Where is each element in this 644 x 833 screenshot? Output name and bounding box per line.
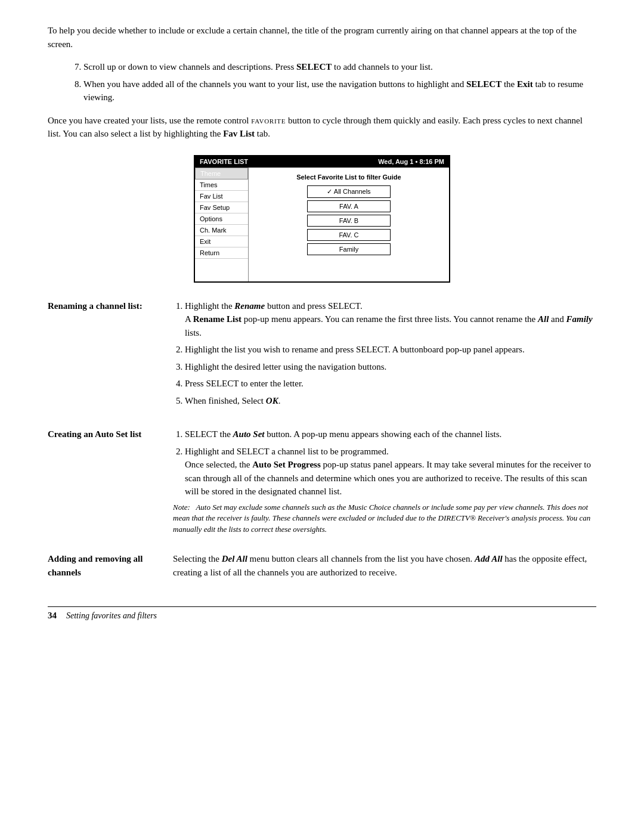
adding-label-line2: channels — [48, 566, 161, 580]
autoset-section: Creating an Auto Set list SELECT the Aut… — [48, 428, 596, 535]
tv-option-all-channels[interactable]: All Channels — [307, 185, 391, 198]
tv-menu-item-favlist[interactable]: Fav List — [195, 191, 248, 202]
tv-body: Theme Times Fav List Fav Setup Options C… — [195, 167, 449, 281]
adding-section: Adding and removing all channels Selecti… — [48, 552, 596, 583]
tv-option-fav-b[interactable]: FAV. B — [307, 215, 391, 227]
adding-text: Selecting the Del All menu button clears… — [173, 552, 596, 579]
autoset-step-2: Highlight and SELECT a channel list to b… — [185, 445, 596, 498]
adding-content: Selecting the Del All menu button clears… — [173, 552, 596, 583]
renaming-step-2: Highlight the list you wish to rename an… — [185, 343, 596, 357]
tv-menu-item-favsetup[interactable]: Fav Setup — [195, 202, 248, 213]
autoset-label: Creating an Auto Set list — [48, 428, 173, 535]
tv-header-left: FAVORITE LIST — [200, 158, 248, 165]
tv-header: FAVORITE LIST Wed, Aug 1 • 8:16 PM — [195, 156, 449, 167]
tv-option-family[interactable]: Family — [307, 243, 391, 255]
autoset-step-1: SELECT the Auto Set button. A pop-up men… — [185, 428, 596, 441]
tv-menu: Theme Times Fav List Fav Setup Options C… — [195, 168, 249, 281]
intro-paragraph-1: To help you decide whether to include or… — [48, 24, 596, 51]
tv-option-fav-a[interactable]: FAV. A — [307, 200, 391, 212]
tv-menu-item-return[interactable]: Return — [195, 247, 248, 259]
tv-menu-item-options[interactable]: Options — [195, 213, 248, 225]
intro-paragraph-2: Once you have created your lists, use th… — [48, 114, 596, 141]
renaming-step-1-note: A Rename List pop-up menu appears. You c… — [185, 314, 593, 337]
tv-content-title: Select Favorite List to filter Guide — [256, 174, 442, 181]
renaming-step-4: Press SELECT to enter the letter. — [185, 377, 596, 391]
tv-content-panel: Select Favorite List to filter Guide All… — [249, 168, 449, 281]
tv-header-right: Wed, Aug 1 • 8:16 PM — [378, 158, 444, 165]
footer-text: Setting favorites and filters — [66, 611, 157, 621]
adding-label-line1: Adding and removing all — [48, 552, 161, 566]
renaming-step-5: When finished, Select OK. — [185, 394, 596, 408]
tv-option-fav-c[interactable]: FAV. C — [307, 229, 391, 241]
tv-screen: FAVORITE LIST Wed, Aug 1 • 8:16 PM Theme… — [194, 155, 450, 283]
tv-menu-item-chmark[interactable]: Ch. Mark — [195, 225, 248, 236]
renaming-step-1: Highlight the Rename button and press SE… — [185, 299, 596, 340]
renaming-content: Highlight the Rename button and press SE… — [173, 299, 596, 411]
autoset-note: Note: Auto Set may exclude some channels… — [173, 502, 596, 536]
renaming-step-3: Highlight the desired letter using the n… — [185, 360, 596, 374]
tv-menu-item-theme[interactable]: Theme — [195, 168, 248, 179]
renaming-label: Renaming a channel list: — [48, 299, 173, 411]
intro-list: Scroll up or down to view channels and d… — [83, 60, 596, 104]
autoset-note-label: Note: — [173, 503, 196, 512]
intro-list-item-7: Scroll up or down to view channels and d… — [83, 60, 596, 74]
renaming-section: Renaming a channel list: Highlight the R… — [48, 299, 596, 411]
intro-list-item-8: When you have added all of the channels … — [83, 78, 596, 104]
tv-screen-illustration: FAVORITE LIST Wed, Aug 1 • 8:16 PM Theme… — [48, 155, 596, 283]
adding-label: Adding and removing all channels — [48, 552, 173, 583]
autoset-step-2-detail: Once selected, the Auto Set Progress pop… — [185, 460, 591, 496]
tv-menu-item-times[interactable]: Times — [195, 179, 248, 191]
autoset-content: SELECT the Auto Set button. A pop-up men… — [173, 428, 596, 535]
autoset-note-text: Auto Set may exclude some channels such … — [173, 503, 590, 534]
tv-menu-item-exit[interactable]: Exit — [195, 236, 248, 247]
page-footer: 34 Setting favorites and filters — [48, 606, 596, 621]
page-number: 34 — [48, 611, 57, 621]
